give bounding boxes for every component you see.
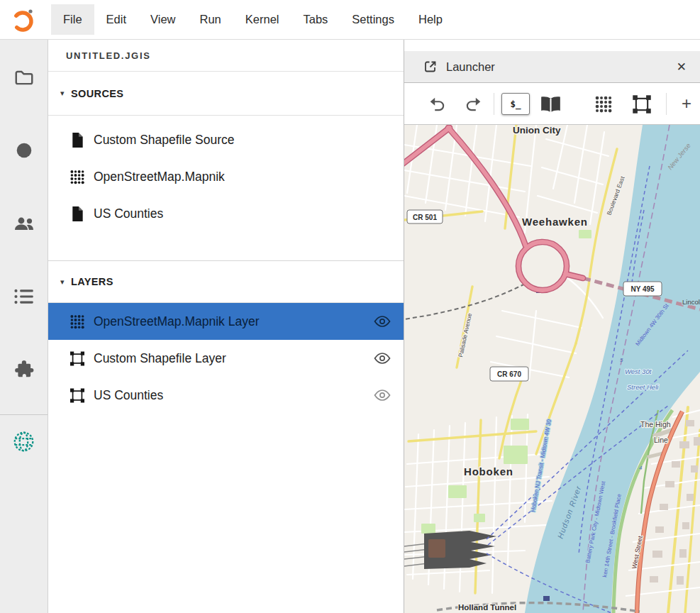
road-shield-cr501: CR 501 <box>407 210 443 223</box>
menu-view[interactable]: View <box>138 4 187 35</box>
sidebar-item-file-browser[interactable] <box>12 65 36 89</box>
eye-icon <box>374 353 391 364</box>
layer-visibility-toggle[interactable] <box>374 389 392 402</box>
menu-help[interactable]: Help <box>406 4 455 35</box>
jupyterlab-window: File Edit View Run Kernel Tabs Settings … <box>0 0 700 613</box>
raster-grid-icon <box>70 168 86 185</box>
layers-section-header[interactable]: ▾ LAYERS <box>48 260 404 303</box>
menu-bar: File Edit View Run Kernel Tabs Settings … <box>0 0 700 40</box>
vector-polygon-icon <box>70 387 86 404</box>
jgis-left-panel: UNTITLED.JGIS ▾ SOURCES Custom Shapefile… <box>48 40 404 613</box>
vector-polygon-icon <box>70 350 86 367</box>
tunnel-vent <box>543 596 550 601</box>
layer-item-openstreetmap[interactable]: OpenStreetMap.Mapnik Layer <box>48 303 404 340</box>
pier-number-4: 4 <box>639 465 643 471</box>
tab-label: Launcher <box>446 60 495 74</box>
sidebar-item-table-of-contents[interactable] <box>12 285 36 309</box>
city-label-union-city: Union City <box>513 125 561 136</box>
sidebar-item-collaboration[interactable] <box>12 211 36 236</box>
caret-down-icon: ▾ <box>60 89 65 98</box>
menu-edit[interactable]: Edit <box>94 4 138 35</box>
layer-visibility-toggle[interactable] <box>374 315 392 328</box>
plus-icon: + <box>682 94 691 114</box>
close-tab-button[interactable]: ✕ <box>677 60 687 74</box>
shield-label: CR 670 <box>497 370 521 378</box>
vector-polygon-icon <box>632 94 652 114</box>
undo-button[interactable] <box>428 95 447 114</box>
book-icon <box>539 94 562 114</box>
raster-grid-icon <box>70 313 86 330</box>
road-shield-ny495: NY 495 <box>623 282 662 296</box>
menu-settings[interactable]: Settings <box>340 4 406 35</box>
road-shield-cr670: CR 670 <box>490 367 528 381</box>
puzzle-icon <box>13 359 35 380</box>
sources-list: Custom Shapefile Source OpenStreetMap.Ma… <box>48 116 404 232</box>
layer-item-label: US Counties <box>94 388 163 403</box>
eye-icon <box>374 316 391 327</box>
caret-down-icon: ▾ <box>60 277 65 287</box>
map-toolbar: $_ + <box>404 83 700 125</box>
eye-icon <box>374 390 391 401</box>
list-icon <box>13 286 35 307</box>
external-link-icon <box>423 59 438 74</box>
panel-title: UNTITLED.JGIS <box>48 40 404 72</box>
sidebar-item-jupytergis[interactable] <box>12 429 36 453</box>
source-item-label: US Counties <box>94 206 163 221</box>
toolbar-separator <box>494 93 494 115</box>
shield-label: CR 501 <box>413 214 437 221</box>
layer-item-label: Custom Shapefile Layer <box>94 351 226 366</box>
activity-sidebar <box>0 40 48 613</box>
road-label-holland-tunnel: Holland Tunnel <box>458 603 516 612</box>
globe-icon <box>12 430 35 453</box>
shield-label: NY 495 <box>630 285 655 293</box>
add-button[interactable]: + <box>677 92 696 115</box>
source-item-openstreetmap[interactable]: OpenStreetMap.Mapnik <box>48 158 404 195</box>
layer-item-custom-shapefile[interactable]: Custom Shapefile Layer <box>48 340 404 377</box>
layer-item-label: OpenStreetMap.Mapnik Layer <box>94 314 259 329</box>
close-icon: ✕ <box>677 60 687 74</box>
sources-header-label: SOURCES <box>71 88 124 99</box>
users-icon <box>13 213 35 234</box>
sidebar-item-extensions[interactable] <box>12 358 36 382</box>
layers-list: OpenStreetMap.Mapnik Layer Custom Shapef… <box>48 303 404 414</box>
console-button[interactable]: $_ <box>501 93 530 115</box>
terminal-icon: $_ <box>510 99 521 109</box>
menu-file[interactable]: File <box>51 4 94 35</box>
menu-tabs[interactable]: Tabs <box>291 4 340 35</box>
source-item-label: Custom Shapefile Source <box>94 133 234 148</box>
menu-run[interactable]: Run <box>188 4 233 35</box>
identify-button[interactable] <box>539 94 562 114</box>
menu-kernel[interactable]: Kernel <box>233 4 291 35</box>
poi-label-high-line-1: The High <box>640 420 671 429</box>
layer-item-us-counties[interactable]: US Counties <box>48 377 404 414</box>
file-icon <box>70 131 86 148</box>
sidebar-divider <box>0 414 48 415</box>
jupyter-logo <box>9 6 37 34</box>
file-icon <box>70 205 86 222</box>
panel-spacer <box>48 232 404 260</box>
folder-icon <box>13 67 35 88</box>
city-label-hoboken: Hoboken <box>464 465 513 477</box>
city-label-weehawken: Weehawken <box>522 216 588 228</box>
menu-items: File Edit View Run Kernel Tabs Settings … <box>51 4 455 35</box>
poi-label-heliport-2: Street Heli <box>627 383 659 391</box>
tab-launcher[interactable]: Launcher ✕ <box>404 51 700 83</box>
sources-section-header[interactable]: ▾ SOURCES <box>48 72 404 116</box>
dock-tab-bar: Launcher ✕ <box>404 40 700 83</box>
poi-label-heliport-1: West 30t <box>625 368 652 375</box>
add-raster-layer-button[interactable] <box>594 95 613 114</box>
source-item-us-counties[interactable]: US Counties <box>48 195 404 232</box>
sidebar-item-running-kernels[interactable] <box>12 138 36 162</box>
source-item-label: OpenStreetMap.Mapnik <box>94 170 225 184</box>
raster-grid-icon <box>594 95 613 114</box>
redo-button[interactable] <box>464 95 482 114</box>
layer-visibility-toggle[interactable] <box>374 352 392 365</box>
poi-label-high-line-2: Line <box>654 436 668 444</box>
redo-icon <box>464 95 482 114</box>
map-canvas[interactable]: CR 501 CR 670 NY 495 Union City Weehawke… <box>404 125 700 613</box>
toolbar-separator <box>666 93 667 115</box>
pier-number-5: 5 <box>620 357 623 363</box>
add-vector-layer-button[interactable] <box>632 94 652 114</box>
circle-icon <box>13 140 35 161</box>
source-item-custom-shapefile[interactable]: Custom Shapefile Source <box>48 121 404 158</box>
